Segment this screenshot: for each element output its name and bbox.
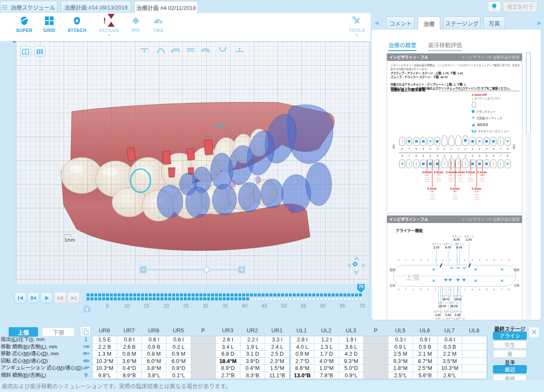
- pan-compass[interactable]: [347, 256, 366, 275]
- stage-square[interactable]: [110, 297, 113, 300]
- stage-square[interactable]: [277, 293, 280, 296]
- stage-square[interactable]: [266, 297, 269, 300]
- stage-square[interactable]: [312, 293, 315, 296]
- stage-square[interactable]: [351, 293, 354, 296]
- toolbar-occlus[interactable]: ! OCCLUS ▼: [96, 15, 122, 37]
- stage-square[interactable]: [289, 297, 292, 300]
- stage-square[interactable]: [293, 297, 296, 300]
- stage-square[interactable]: [234, 297, 237, 300]
- stage-square[interactable]: [122, 297, 125, 300]
- stage-square[interactable]: [320, 297, 323, 300]
- timeline-start-marker[interactable]: 0: [83, 305, 90, 312]
- stage-square[interactable]: [180, 293, 183, 296]
- scrollbar-thumb[interactable]: [526, 53, 531, 134]
- stage-square[interactable]: [312, 297, 315, 300]
- stage-square[interactable]: [336, 297, 339, 300]
- timeline-lower-arch[interactable]: [86, 297, 362, 300]
- hint-button[interactable]: [488, 1, 501, 12]
- step-backward-button[interactable]: [27, 292, 39, 303]
- stage-square[interactable]: [207, 297, 210, 300]
- stage-square[interactable]: [262, 297, 265, 300]
- pan-left-icon[interactable]: [347, 263, 351, 268]
- stage-square[interactable]: [285, 297, 288, 300]
- stage-square[interactable]: [153, 297, 156, 300]
- stage-square[interactable]: [285, 293, 288, 296]
- stage-square[interactable]: [219, 293, 222, 296]
- stage-square[interactable]: [172, 293, 175, 296]
- stage-square[interactable]: [301, 297, 304, 300]
- stage-square[interactable]: [223, 297, 226, 300]
- stage-square[interactable]: [250, 293, 253, 296]
- stage-square[interactable]: [273, 293, 276, 296]
- toolbar-ipr[interactable]: IPR: [127, 15, 144, 33]
- lower-anterior-view-icon[interactable]: [218, 47, 227, 54]
- split-view-3-button[interactable]: [34, 46, 45, 57]
- stage-square[interactable]: [157, 297, 160, 300]
- stage-square[interactable]: [254, 297, 257, 300]
- stage-square[interactable]: [343, 293, 346, 296]
- tab-treatment-schedule[interactable]: 治療スケジュール: [0, 1, 58, 13]
- stage-square[interactable]: [160, 293, 163, 296]
- stage-square[interactable]: [176, 297, 179, 300]
- stage-square[interactable]: [355, 297, 358, 300]
- stage-square[interactable]: [262, 293, 265, 296]
- upper-anterior-view-icon[interactable]: [156, 47, 166, 54]
- stage-square[interactable]: [145, 293, 148, 296]
- tab-scroll-left-icon[interactable]: ◀: [374, 20, 378, 26]
- stage-square[interactable]: [301, 293, 304, 296]
- stage-square[interactable]: [343, 297, 346, 300]
- stage-square[interactable]: [98, 297, 101, 300]
- stage-square[interactable]: [238, 293, 241, 296]
- stage-square[interactable]: [223, 293, 226, 296]
- stage-square[interactable]: [94, 297, 97, 300]
- stage-square[interactable]: [211, 297, 214, 300]
- play-button[interactable]: [41, 292, 53, 303]
- stage-square[interactable]: [137, 297, 140, 300]
- stage-square[interactable]: [246, 297, 249, 300]
- zoom-in-button[interactable]: +: [238, 266, 245, 273]
- stage-square[interactable]: [242, 297, 245, 300]
- toolbar-super[interactable]: SUPER: [13, 15, 35, 33]
- tab-plan-4[interactable]: 治療計画 #4 02/11/2018: [134, 1, 198, 14]
- stage-square[interactable]: [110, 293, 113, 296]
- stage-square[interactable]: [215, 293, 218, 296]
- stage-square[interactable]: [157, 293, 160, 296]
- pan-down-icon[interactable]: [354, 271, 359, 275]
- stage-square[interactable]: [164, 297, 167, 300]
- stage-square[interactable]: [332, 297, 335, 300]
- stage-square[interactable]: [94, 293, 97, 296]
- stage-square[interactable]: [133, 293, 136, 296]
- stage-square[interactable]: [129, 297, 132, 300]
- timeline-end-marker[interactable]: 70: [357, 284, 365, 293]
- stage-square[interactable]: [316, 293, 319, 296]
- stage-square[interactable]: [168, 293, 171, 296]
- stage-square[interactable]: [133, 297, 136, 300]
- stage-square[interactable]: [308, 297, 311, 300]
- stage-square[interactable]: [273, 297, 276, 300]
- stage-square[interactable]: [118, 297, 121, 300]
- stage-square[interactable]: [86, 293, 90, 296]
- stage-square[interactable]: [184, 293, 187, 296]
- pan-right-icon[interactable]: [362, 263, 366, 268]
- stage-square[interactable]: [332, 293, 335, 296]
- stage-square[interactable]: [359, 293, 362, 296]
- stage-square[interactable]: [118, 293, 121, 296]
- upper-occlusal-view-icon[interactable]: [140, 47, 149, 54]
- crown-button[interactable]: 歯冠: [493, 365, 527, 373]
- stage-square[interactable]: [114, 297, 117, 300]
- stage-square[interactable]: [289, 293, 292, 296]
- stage-square[interactable]: [102, 293, 105, 296]
- arch-toggle-upper[interactable]: 上顎: [9, 327, 38, 337]
- stage-square[interactable]: [90, 293, 93, 296]
- stage-square[interactable]: [137, 293, 140, 296]
- stage-square[interactable]: [188, 297, 191, 300]
- stage-square[interactable]: [297, 293, 300, 296]
- amount-button[interactable]: 量: [493, 350, 527, 358]
- right-lateral-view-icon[interactable]: [171, 47, 180, 54]
- stage-square[interactable]: [102, 297, 105, 300]
- stage-square[interactable]: [230, 293, 234, 296]
- stage-square[interactable]: [281, 297, 284, 300]
- stage-square[interactable]: [98, 293, 101, 296]
- subtab-movement-assessment[interactable]: 歯牙移動評価: [428, 41, 462, 51]
- stage-square[interactable]: [192, 297, 195, 300]
